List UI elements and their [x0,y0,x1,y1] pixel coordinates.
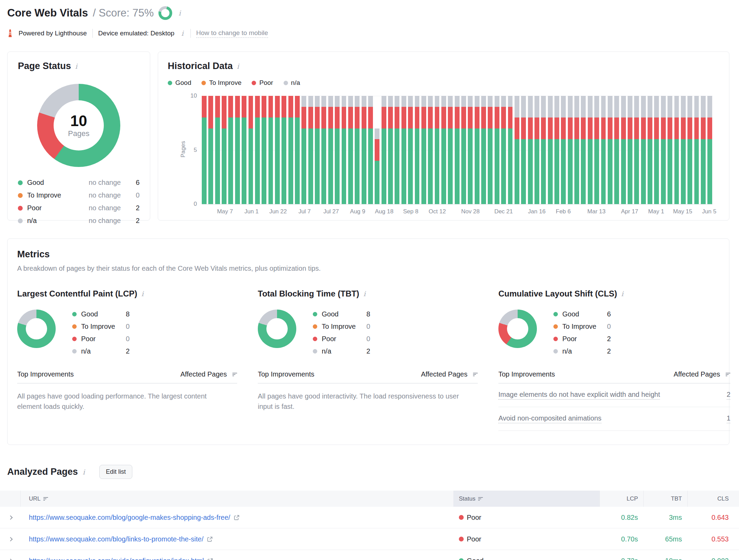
improvement-link[interactable]: Image elements do not have explicit widt… [498,391,660,400]
stacked-bar[interactable] [601,96,606,204]
stacked-bar[interactable] [262,96,266,204]
stacked-bar[interactable] [242,96,246,204]
legend-row[interactable]: Poor 0 [72,335,140,343]
stacked-bar[interactable] [421,96,426,204]
external-link-icon[interactable] [207,536,213,542]
row-expander[interactable] [0,538,21,541]
stacked-bar[interactable] [515,96,519,204]
status-column-header[interactable]: Status [453,491,599,507]
legend-row[interactable]: To Improve 0 [553,323,621,331]
info-icon[interactable] [180,30,185,37]
stacked-bar[interactable] [249,96,253,204]
stacked-bar[interactable] [382,96,386,204]
stacked-bar[interactable] [687,96,692,204]
stacked-bar[interactable] [648,96,652,204]
stacked-bar[interactable] [408,96,413,204]
external-link-icon[interactable] [207,558,213,560]
stacked-bar[interactable] [694,96,699,204]
stacked-bar[interactable] [554,96,559,204]
info-icon[interactable] [362,290,367,297]
stacked-bar[interactable] [608,96,613,204]
stacked-bar[interactable] [661,96,666,204]
stacked-bar[interactable] [435,96,440,204]
sort-icon[interactable] [473,373,478,376]
legend-item-to_improve[interactable]: To Improve [201,79,241,87]
affected-pages-count[interactable]: 1 [727,414,730,423]
legend-row[interactable]: Good 8 [72,310,140,318]
legend-row[interactable]: Good no change 6 [18,179,140,187]
stacked-bar[interactable] [634,96,639,204]
affected-pages-count[interactable]: 2 [727,391,730,400]
stacked-bar[interactable] [301,96,306,204]
info-icon[interactable] [177,10,182,16]
stacked-bar[interactable] [202,96,207,204]
stacked-bar[interactable] [288,96,293,204]
stacked-bar[interactable] [521,96,526,204]
stacked-bar[interactable] [481,96,486,204]
stacked-bar[interactable] [668,96,672,204]
legend-row[interactable]: Poor 0 [313,335,380,343]
cls-column-header[interactable]: CLS [687,491,739,507]
stacked-bar[interactable] [355,96,360,204]
page-url-link[interactable]: https://www.seoquake.com/guide/configura… [29,557,204,560]
stacked-bar[interactable] [335,96,340,204]
stacked-bar[interactable] [315,96,320,204]
stacked-bar[interactable] [255,96,260,204]
stacked-bar[interactable] [401,96,406,204]
stacked-bar[interactable] [235,96,240,204]
stacked-bar[interactable] [501,96,506,204]
stacked-bar[interactable] [495,96,499,204]
sort-icon[interactable] [232,373,237,376]
legend-item-na[interactable]: n/a [284,79,300,87]
stacked-bar[interactable] [468,96,473,204]
stacked-bar[interactable] [528,96,533,204]
info-icon[interactable] [81,469,86,475]
stacked-bar[interactable] [681,96,686,204]
stacked-bar[interactable] [707,96,712,204]
legend-row[interactable]: Poor 2 [553,335,621,343]
metric-donut-chart[interactable] [17,310,56,348]
stacked-bar[interactable] [215,96,220,204]
stacked-bar[interactable] [488,96,493,204]
stacked-bar[interactable] [588,96,593,204]
stacked-bar[interactable] [654,96,659,204]
bars-area[interactable] [202,96,713,204]
improvement-link[interactable]: Avoid non-composited animations [498,414,602,423]
stacked-bar[interactable] [328,96,333,204]
stacked-bar[interactable] [541,96,546,204]
stacked-bar[interactable] [441,96,446,204]
stacked-bar[interactable] [641,96,646,204]
stacked-bar[interactable] [561,96,566,204]
stacked-bar[interactable] [448,96,453,204]
stacked-bar[interactable] [388,96,393,204]
stacked-bar[interactable] [308,96,313,204]
page-url-link[interactable]: https://www.seoquake.com/blog/links-to-p… [29,535,203,543]
stacked-bar[interactable] [208,96,213,204]
stacked-bar[interactable] [628,96,632,204]
stacked-bar[interactable] [461,96,466,204]
stacked-bar[interactable] [228,96,233,204]
legend-row[interactable]: Good 6 [553,310,621,318]
stacked-bar[interactable] [534,96,539,204]
legend-item-good[interactable]: Good [168,79,191,87]
external-link-icon[interactable] [234,515,240,520]
stacked-bar[interactable] [674,96,679,204]
info-icon[interactable] [140,290,145,297]
stacked-bar[interactable] [428,96,433,204]
page-status-donut-chart[interactable]: 10 Pages [37,84,120,167]
stacked-bar[interactable] [375,128,379,204]
stacked-bar[interactable] [701,96,706,204]
info-icon[interactable] [620,290,625,297]
stacked-bar[interactable] [275,96,280,204]
stacked-bar[interactable] [568,96,573,204]
stacked-bar[interactable] [295,96,300,204]
stacked-bar[interactable] [475,96,479,204]
edit-list-button[interactable]: Edit list [99,465,132,479]
legend-row[interactable]: To Improve 0 [72,323,140,331]
url-column-header[interactable]: URL [21,491,453,507]
stacked-bar[interactable] [395,96,399,204]
metric-donut-chart[interactable] [498,310,537,348]
stacked-bar[interactable] [362,96,366,204]
stacked-bar[interactable] [415,96,420,204]
legend-row[interactable]: To Improve 0 [313,323,380,331]
